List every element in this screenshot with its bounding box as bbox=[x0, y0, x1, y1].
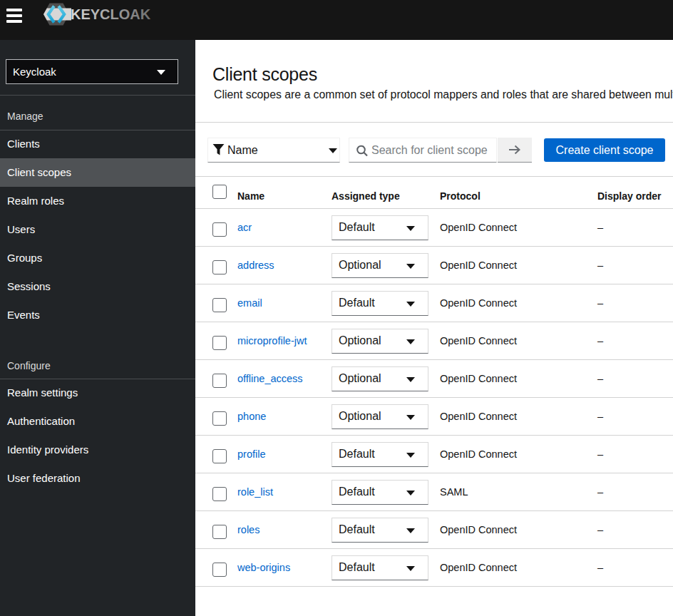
svg-text:KEYCLOAK: KEYCLOAK bbox=[71, 6, 151, 22]
